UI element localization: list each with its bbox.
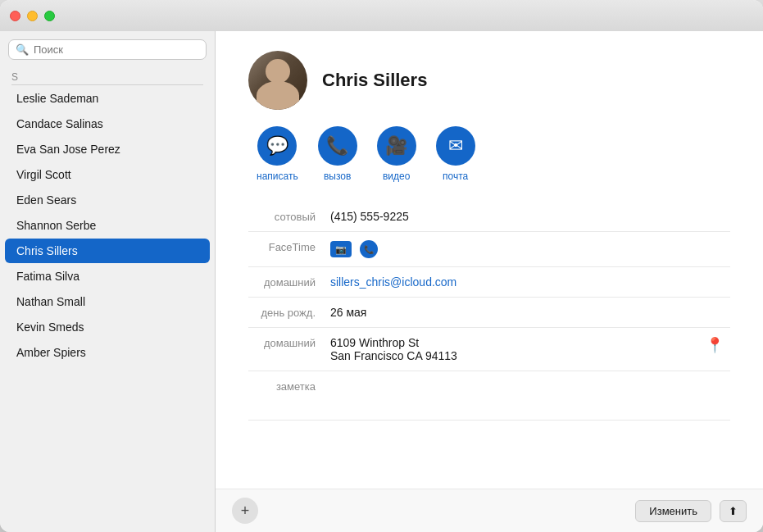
section-header-s: S [0,66,215,84]
contact-item-kevin-smeds[interactable]: Kevin Smeds [5,315,210,339]
maximize-button[interactable] [44,11,55,21]
action-mail-label: почта [443,171,468,182]
field-row-1: FaceTime📷📞 [248,232,730,267]
field-label-1: FaceTime [248,240,330,253]
action-video-label: видео [383,171,410,182]
field-label-4: домашний [248,336,330,349]
field-row-0: сотовый(415) 555-9225 [248,202,730,232]
search-icon: 🔍 [16,43,29,56]
minimize-button[interactable] [27,11,38,21]
action-call-icon: 📞 [318,126,357,166]
action-message-label: написать [257,171,298,182]
contact-item-eva-san-jose-perez[interactable]: Eva San Jose Perez [5,137,210,161]
action-mail-icon: ✉ [436,126,475,166]
search-input-wrap[interactable]: 🔍 [8,39,207,60]
detail-panel: Chris Sillers 💬написать📞вызов🎥видео✉почт… [216,31,763,532]
contact-item-virgil-scott[interactable]: Virgil Scott [5,162,210,187]
contact-item-candace-salinas[interactable]: Candace Salinas [5,111,210,136]
field-value-0[interactable]: (415) 555-9225 [330,210,730,223]
facetime-phone-icon[interactable]: 📞 [360,240,378,258]
detail-content: Chris Sillers 💬написать📞вызов🎥видео✉почт… [216,31,763,489]
action-mail-button[interactable]: ✉почта [436,126,475,182]
contacts-list: S Leslie SademanCandace SalinasEva San J… [0,66,215,532]
edit-button[interactable]: Изменить [635,500,711,522]
contact-item-leslie-sademan[interactable]: Leslie Sademan [5,86,210,111]
action-video-icon: 🎥 [377,126,416,166]
field-value-2[interactable]: sillers_chris@icloud.com [330,275,730,289]
share-button[interactable]: ⬆ [720,500,747,522]
field-value-4: 6109 Winthrop StSan Francisco CA 94113📍 [330,336,730,362]
facetime-video-icon[interactable]: 📷 [330,241,352,257]
footer-right: Изменить ⬆ [635,500,747,522]
add-button[interactable]: + [232,498,258,524]
contact-item-shannon-serbe[interactable]: Shannon Serbe [5,213,210,238]
search-input[interactable] [34,43,199,56]
search-bar: 🔍 [0,31,215,66]
field-row-4: домашний6109 Winthrop StSan Francisco CA… [248,328,730,371]
app-window: 🔍 S Leslie SademanCandace SalinasEva San… [0,0,763,532]
detail-footer: + Изменить ⬆ [216,489,763,532]
contact-item-chris-sillers[interactable]: Chris Sillers [5,239,210,263]
action-message-icon: 💬 [257,126,297,166]
facetime-icons: 📷📞 [330,240,730,258]
contact-item-amber-spiers[interactable]: Amber Spiers [5,340,210,365]
avatar [248,51,307,110]
email-link[interactable]: sillers_chris@icloud.com [330,275,456,289]
main-content: 🔍 S Leslie SademanCandace SalinasEva San… [0,31,763,532]
sidebar: 🔍 S Leslie SademanCandace SalinasEva San… [0,31,216,532]
contact-item-nathan-small[interactable]: Nathan Small [5,289,210,314]
contact-header: Chris Sillers [248,51,730,110]
action-call-button[interactable]: 📞вызов [318,126,357,182]
field-value-1: 📷📞 [330,240,730,258]
field-label-5: заметка [248,380,330,393]
action-video-button[interactable]: 🎥видео [377,126,416,182]
field-row-5: заметка [248,371,730,421]
section-divider-s [11,84,203,85]
field-label-3: день рожд. [248,306,330,319]
fields-section: сотовый(415) 555-9225FaceTime📷📞домашнийs… [248,202,730,421]
close-button[interactable] [10,11,20,21]
contact-item-eden-sears[interactable]: Eden Sears [5,188,210,212]
titlebar [0,0,763,31]
action-buttons: 💬написать📞вызов🎥видео✉почта [248,126,730,182]
field-row-3: день рожд.26 мая [248,298,730,328]
address-value-wrap: 6109 Winthrop StSan Francisco CA 94113📍 [330,336,730,362]
field-label-0: сотовый [248,210,330,223]
action-call-label: вызов [324,171,351,182]
field-label-2: домашний [248,275,330,289]
contact-name: Chris Sillers [322,70,427,91]
field-value-3: 26 мая [330,306,730,319]
action-message-button[interactable]: 💬написать [257,126,298,182]
address-pin-icon[interactable]: 📍 [706,336,730,354]
address-text: 6109 Winthrop StSan Francisco CA 94113 [330,336,457,362]
field-row-2: домашнийsillers_chris@icloud.com [248,267,730,298]
contact-item-fatima-silva[interactable]: Fatima Silva [5,264,210,289]
